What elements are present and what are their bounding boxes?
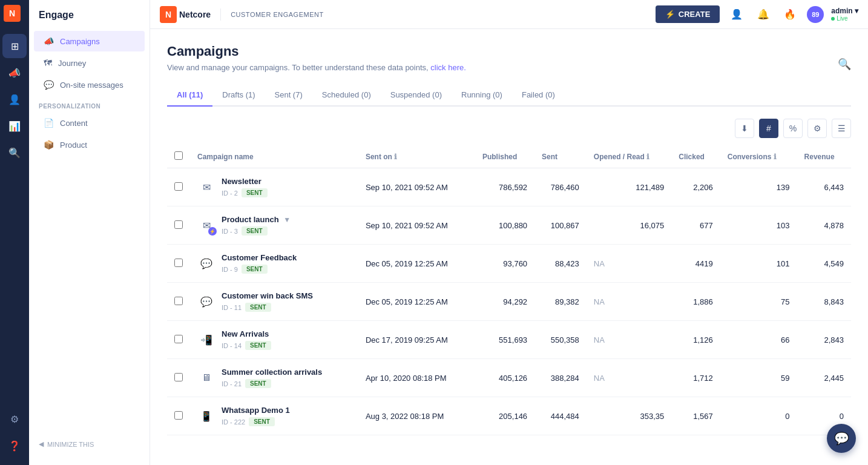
sidebar-title: Engage (29, 10, 150, 30)
row-opened-read: 353,35 (587, 397, 671, 435)
admin-info[interactable]: admin ▾ Live (831, 7, 858, 22)
percent-view-button[interactable]: % (783, 119, 803, 138)
sidebar-item-label-product: Product (60, 140, 87, 150)
campaign-title[interactable]: Whatsapp Demo 1 (222, 406, 290, 415)
tab-sent[interactable]: Sent (7) (265, 84, 312, 107)
row-checkbox-2[interactable] (174, 259, 183, 267)
status-badge: SENT (242, 265, 268, 274)
rail-icon-grid[interactable]: ⊞ (2, 34, 27, 58)
rail-icon-search[interactable]: 🔍 (2, 140, 27, 165)
row-conversions: 139 (720, 168, 797, 206)
row-checkbox-5[interactable] (174, 373, 183, 381)
rail-icon-settings[interactable]: ⚙ (2, 407, 27, 431)
row-opened-read: 121,489 (587, 168, 671, 206)
notification-badge[interactable]: 89 (807, 6, 824, 23)
tab-drafts[interactable]: Drafts (1) (212, 84, 265, 107)
row-clicked: 4419 (671, 245, 720, 283)
column-settings-button[interactable]: ⚙ (807, 119, 827, 138)
minimize-button[interactable]: ◀ MINIMIZE THIS (39, 440, 140, 448)
status-badge: SENT (242, 226, 268, 236)
row-revenue: 6,443 (797, 168, 851, 206)
notification-bell-icon[interactable]: 🔔 (754, 5, 773, 24)
row-checkbox-1[interactable] (174, 220, 183, 229)
netcore-logo-icon[interactable]: N (4, 5, 21, 22)
rail-icon-chart[interactable]: 📊 (2, 114, 27, 138)
fire-icon[interactable]: 🔥 (780, 5, 800, 24)
row-checkbox-cell (167, 359, 190, 397)
row-published: 551,693 (475, 321, 534, 359)
tabs-container: All (11) Drafts (1) Sent (7) Scheduled (… (167, 84, 851, 107)
row-checkbox-6[interactable] (174, 411, 183, 420)
col-revenue: Revenue (797, 145, 851, 168)
col-clicked: Clicked (671, 145, 720, 168)
table-row: ✉ Newsletter ID - 2 SENT Sep 10, 2021 09… (167, 168, 851, 206)
campaign-title[interactable]: Customer win back SMS (222, 291, 313, 300)
rail-icon-megaphone[interactable]: 📣 (2, 61, 27, 85)
netcore-logo: N Netcore (160, 6, 211, 23)
logo-wordmark: Netcore (179, 10, 211, 19)
row-opened-read: NA (587, 321, 671, 359)
user-profile-icon[interactable]: 👤 (727, 5, 746, 24)
table-header-row: Campaign name Sent on ℹ Published Sent O… (167, 145, 851, 168)
campaign-id: ID - 21 (222, 380, 242, 388)
chat-button[interactable]: 💬 (827, 424, 856, 453)
col-published: Published (475, 145, 534, 168)
personalization-section-label: PERSONALIZATION (29, 96, 150, 112)
search-icon-btn[interactable]: 🔍 (838, 58, 851, 71)
select-all-checkbox[interactable] (174, 151, 183, 160)
campaign-title[interactable]: Customer Feedback (222, 253, 297, 262)
col-sent: Sent (534, 145, 587, 168)
campaign-title[interactable]: New Arrivals (222, 329, 271, 338)
campaign-type-icon: 📱 (197, 407, 215, 425)
tab-scheduled[interactable]: Scheduled (0) (312, 84, 381, 107)
tab-running[interactable]: Running (0) (452, 84, 512, 107)
product-icon: 📦 (44, 140, 54, 150)
sidebar-item-product[interactable]: 📦 Product (34, 134, 145, 155)
filter-button[interactable]: ☰ (832, 119, 851, 138)
download-button[interactable]: ⬇ (735, 119, 754, 138)
sidebar-item-campaigns[interactable]: 📣 Campaigns (34, 31, 145, 51)
row-clicked: 1,886 (671, 283, 720, 321)
rail-icon-help[interactable]: ❓ (2, 434, 27, 458)
opened-info-icon: ℹ (646, 153, 649, 161)
hash-view-button[interactable]: # (759, 119, 778, 138)
tab-suspended[interactable]: Suspended (0) (381, 84, 452, 107)
admin-status: Live (831, 15, 858, 22)
expand-icon[interactable]: ▼ (283, 216, 291, 224)
icon-rail: N ⊞ 📣 👤 📊 🔍 ⚙ ❓ (0, 0, 29, 465)
campaigns-table: Campaign name Sent on ℹ Published Sent O… (167, 145, 851, 435)
campaign-type-icon: ✉ (197, 178, 215, 196)
sidebar-item-onsite[interactable]: 💬 On-site messages (34, 74, 145, 95)
create-label: CREATE (679, 10, 710, 19)
row-name-cell: 💬 Customer win back SMS ID - 11 SENT (190, 283, 358, 321)
col-opened-read: Opened / Read ℹ (587, 145, 671, 168)
campaign-title[interactable]: Summer collection arrivals (222, 368, 322, 377)
row-published: 205,146 (475, 397, 534, 435)
row-opened-read: NA (587, 359, 671, 397)
status-dot (831, 17, 835, 21)
row-name-cell: 📱 Whatsapp Demo 1 ID - 222 SENT (190, 397, 358, 435)
page-header-row: Campaigns View and manage your campaigns… (167, 44, 851, 84)
status-badge: SENT (245, 379, 271, 388)
row-name-cell: ✉ Newsletter ID - 2 SENT (190, 168, 358, 206)
tab-failed[interactable]: Failed (0) (512, 84, 565, 107)
row-name-cell: 📲 New Arrivals ID - 14 SENT (190, 321, 358, 359)
row-published: 100,880 (475, 206, 534, 245)
subtitle-link[interactable]: click here. (430, 63, 466, 72)
campaign-title[interactable]: Product launch ▼ (222, 215, 291, 224)
row-sent-on: Dec 05, 2019 12:25 AM (358, 245, 475, 283)
notification-count: 89 (812, 11, 819, 18)
row-checkbox-0[interactable] (174, 182, 183, 191)
create-button[interactable]: ⚡ CREATE (656, 5, 720, 23)
sidebar-item-journey[interactable]: 🗺 Journey (34, 53, 145, 73)
campaign-id: ID - 2 (222, 190, 238, 197)
row-sent-on: Dec 17, 2019 09:25 AM (358, 321, 475, 359)
tab-all[interactable]: All (11) (167, 84, 212, 107)
status-badge: SENT (245, 341, 271, 350)
row-checkbox-3[interactable] (174, 297, 183, 305)
page-content: Campaigns View and manage your campaigns… (150, 29, 868, 465)
sidebar-item-content[interactable]: 📄 Content (34, 113, 145, 133)
campaign-title[interactable]: Newsletter (222, 177, 268, 186)
row-checkbox-4[interactable] (174, 335, 183, 343)
rail-icon-person[interactable]: 👤 (2, 87, 27, 111)
